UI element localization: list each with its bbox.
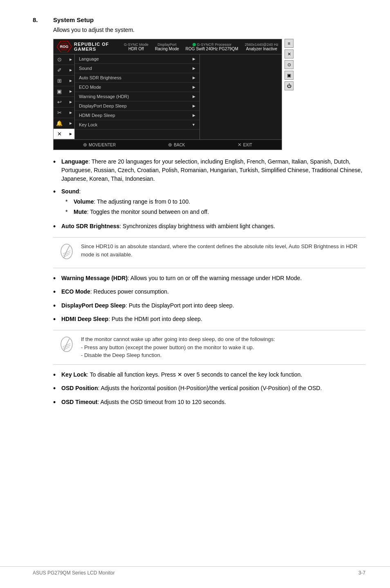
bullet-sound: • Sound: * Volume: The adjusting range i… xyxy=(53,187,365,218)
menu-item-hdmi-deep-sleep[interactable]: HDMI Deep Sleep ▶ xyxy=(75,111,199,120)
system-setup-icon: ✕ xyxy=(56,131,63,137)
gsync-icon: ⊙ xyxy=(56,56,63,63)
color-icon: ▣ xyxy=(56,88,63,94)
arrow-icon: ▶ xyxy=(69,100,72,104)
note-box-sdr: Since HDR10 is an absolute standard, whe… xyxy=(53,237,365,268)
arrow-icon: ▶ xyxy=(193,57,195,61)
arrow-icon: ▶ xyxy=(69,58,72,61)
osd-top-info: G-SYNC Mode HDR Off DisplayPort Racing M… xyxy=(124,43,278,51)
sidebar-item-image[interactable]: ⊞ ▶ xyxy=(54,76,74,86)
displayport-col: DisplayPort Racing Mode xyxy=(155,43,179,51)
footer-left: ASUS PG279QM Series LCD Monitor xyxy=(33,570,115,576)
bullet-osd-position: • OSD Position: Adjusts the horizontal p… xyxy=(53,384,365,393)
physical-btn-close[interactable]: ✕ xyxy=(285,49,294,58)
menu-item-dp-deep-sleep[interactable]: DisplayPort Deep Sleep ▶ xyxy=(75,101,199,111)
sidebar-item-lighting[interactable]: 🔔 ▶ xyxy=(54,118,74,129)
arrow-icon: ▶ xyxy=(69,111,72,114)
physical-btn-menu[interactable]: ≡ xyxy=(285,39,294,48)
brand-text: REPUBLIC OF GAMERS xyxy=(74,42,109,52)
back-icon: ⊕ xyxy=(168,142,172,148)
osd-right-panel xyxy=(200,54,282,139)
gsync-processor-col: G-SYNC® Processor ROG Swift 240Hz PG279Q… xyxy=(186,43,238,51)
sub-bullet-mute: * Mute: Toggles the monitor sound betwee… xyxy=(65,208,365,216)
osd-center-menu: Language ▶ Sound ▶ Auto SDR Brightness ▶… xyxy=(75,54,200,139)
osd-top-bar: ROG REPUBLIC OF GAMERS G-SYNC Mode HDR O… xyxy=(54,39,282,54)
osd-menu-wrapper: ROG REPUBLIC OF GAMERS G-SYNC Mode HDR O… xyxy=(53,39,365,150)
arrow-icon: ▶ xyxy=(193,113,195,117)
page-footer: ASUS PG279QM Series LCD Monitor 3-7 xyxy=(0,566,390,576)
nav-move-enter: ⊕ MOVE/ENTER xyxy=(83,142,116,148)
dpad-icon: ⊕ xyxy=(83,142,87,148)
arrow-icon: ▶ xyxy=(69,132,72,136)
lighting-icon: 🔔 xyxy=(56,120,63,126)
note-feather-icon xyxy=(59,242,74,260)
note-text-1: Since HDR10 is an absolute standard, whe… xyxy=(81,242,360,258)
arrow-icon: ▼ xyxy=(192,123,195,127)
bullet-auto-sdr: • Auto SDR Brightness: Synchronizes disp… xyxy=(53,222,365,231)
note-feather-icon-2 xyxy=(59,335,74,353)
bullet-warning-hdr: • Warning Message (HDR): Allows you to t… xyxy=(53,274,365,283)
note-icon-2 xyxy=(59,335,75,356)
nav-back: ⊕ BACK xyxy=(168,142,185,148)
physical-btn-gameplus[interactable]: ⊙ xyxy=(285,60,294,69)
arrow-icon: ▶ xyxy=(69,79,72,83)
section-header: 8. System Setup xyxy=(33,16,365,23)
arrow-icon: ▶ xyxy=(193,104,195,108)
note-text-2: If the monitor cannot wake up after goin… xyxy=(81,335,360,359)
sidebar-item-gaming[interactable]: ✐ ▶ xyxy=(54,65,74,76)
menu-item-eco-mode[interactable]: ECO Mode ▶ xyxy=(75,83,199,92)
note-icon-1 xyxy=(59,242,75,263)
osd-menu: ROG REPUBLIC OF GAMERS G-SYNC Mode HDR O… xyxy=(53,39,282,150)
nav-exit: ✕ EXIT xyxy=(238,142,252,148)
section-number: 8. xyxy=(33,16,53,23)
menu-item-sound[interactable]: Sound ▶ xyxy=(75,64,199,73)
sidebar-item-color[interactable]: ▣ ▶ xyxy=(54,86,74,97)
input-select-icon: ↩ xyxy=(56,99,63,105)
section-title: System Setup xyxy=(53,16,94,23)
bullet-osd-timeout: • OSD Timeout: Adjusts the OSD timeout f… xyxy=(53,398,365,407)
gsync-mode-col: G-SYNC Mode HDR Off xyxy=(124,43,148,51)
rog-logo-icon: ROG xyxy=(57,41,72,52)
arrow-icon: ▶ xyxy=(193,66,195,70)
physical-btn-settings[interactable]: ▣ xyxy=(285,71,294,80)
note-box-deep-sleep: If the monitor cannot wake up after goin… xyxy=(53,330,365,365)
menu-item-language[interactable]: Language ▶ xyxy=(75,54,199,64)
arrow-icon: ▶ xyxy=(193,85,195,89)
osd-body: ⊙ ▶ ✐ ▶ ⊞ ▶ ▣ ▶ ↩ ▶ xyxy=(54,54,282,139)
footer-right: 3-7 xyxy=(359,570,365,576)
content-area: • Language: There are 20 languages for y… xyxy=(53,157,365,407)
menu-item-auto-sdr[interactable]: Auto SDR Brightness ▶ xyxy=(75,73,199,83)
osd-physical-buttons: ≡ ✕ ⊙ ▣ ⏻ xyxy=(285,39,294,90)
sub-bullet-volume: * Volume: The adjusting range is from 0 … xyxy=(65,197,365,206)
physical-btn-power[interactable]: ⏻ xyxy=(285,81,294,90)
resolution-col: 2560x1440@240 Hz Analyzer Inactive xyxy=(245,43,278,51)
bullet-dp-deep-sleep: • DisplayPort Deep Sleep: Puts the Displ… xyxy=(53,301,365,311)
svg-text:ROG: ROG xyxy=(60,45,69,49)
arrow-icon: ▶ xyxy=(69,121,72,125)
sub-bullets-sound: * Volume: The adjusting range is from 0 … xyxy=(65,197,365,216)
arrow-icon: ▶ xyxy=(69,68,72,72)
menu-item-key-lock[interactable]: Key Lock ▼ xyxy=(75,120,199,130)
x-icon: ✕ xyxy=(238,142,242,148)
bullet-key-lock: • Key Lock: To disable all function keys… xyxy=(53,370,365,380)
osd-brand: ROG REPUBLIC OF GAMERS xyxy=(57,41,109,52)
osd-bottom-bar: ⊕ MOVE/ENTER ⊕ BACK ✕ EXIT xyxy=(54,139,282,150)
arrow-icon: ▶ xyxy=(69,90,72,93)
image-icon: ⊞ xyxy=(56,78,63,84)
osd-sidebar: ⊙ ▶ ✐ ▶ ⊞ ▶ ▣ ▶ ↩ ▶ xyxy=(54,54,75,139)
sidebar-item-shortcut[interactable]: ✂ ▶ xyxy=(54,108,74,118)
bullet-hdmi-deep-sleep: • HDMI Deep Sleep: Puts the HDMI port in… xyxy=(53,315,365,324)
bullet-eco-mode: • ECO Mode: Reduces power consumption. xyxy=(53,287,365,297)
sidebar-item-system-setup[interactable]: ✕ ▶ xyxy=(54,129,74,139)
sidebar-item-gsync[interactable]: ⊙ ▶ xyxy=(54,54,74,65)
bullet-language: • Language: There are 20 languages for y… xyxy=(53,157,365,183)
gaming-icon: ✐ xyxy=(56,67,63,73)
arrow-icon: ▶ xyxy=(193,76,195,80)
arrow-icon: ▶ xyxy=(193,94,195,99)
section-description: Allows you to adjust the system. xyxy=(53,27,365,33)
menu-item-warning-hdr[interactable]: Warning Message (HDR) ▶ xyxy=(75,92,199,101)
sidebar-item-input-select[interactable]: ↩ ▶ xyxy=(54,97,74,108)
shortcut-icon: ✂ xyxy=(56,110,63,116)
